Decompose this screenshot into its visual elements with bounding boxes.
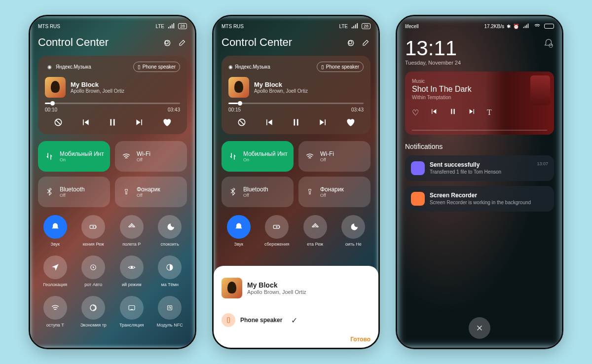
tile-flashlight[interactable]: ФонарикOff <box>298 177 370 207</box>
output-selector[interactable]: ▯Phone speaker <box>317 62 364 72</box>
quick-toggle-label: Экономия тр <box>80 323 107 328</box>
seek-bar[interactable] <box>228 103 364 104</box>
battery-icon: 28 <box>178 23 187 29</box>
previous-icon[interactable] <box>430 108 438 117</box>
quick-toggle-button[interactable] <box>265 215 289 239</box>
tile-mobile-data[interactable]: Мобильный ИнтOn <box>222 141 294 172</box>
block-icon[interactable] <box>236 116 248 128</box>
bluetooth-icon <box>44 186 55 197</box>
seek-bar[interactable] <box>412 130 547 131</box>
settings-icon[interactable] <box>162 38 171 47</box>
flashlight-icon <box>304 186 315 197</box>
network-label: LTE <box>339 24 348 29</box>
notification-desc: Transferred 1 file to Tom Henson <box>430 169 501 175</box>
edit-icon[interactable] <box>178 38 187 47</box>
phone-3: lifecell 17.2KB/s ✱ ⏰ 13:11 Tuesday, Nov… <box>396 15 563 349</box>
block-icon[interactable] <box>52 116 64 128</box>
data-rate: 17.2KB/s <box>484 24 504 29</box>
sheet-album-art <box>222 278 242 298</box>
dnd-settings-icon[interactable] <box>543 38 554 51</box>
time-elapsed: 00:10 <box>45 107 57 112</box>
output-option[interactable]: Phone speaker ✓ <box>222 313 370 327</box>
quick-toggle-label: ма Тёмн <box>161 282 179 287</box>
pause-icon[interactable] <box>448 107 457 118</box>
lockscreen-music-widget[interactable]: Music Shot In The Dark Within Temptation… <box>405 72 554 135</box>
tile-mobile-data[interactable]: Мобильный ИнтOn <box>38 141 110 172</box>
previous-icon[interactable] <box>79 116 91 128</box>
tile-bluetooth[interactable]: BluetoothOff <box>38 177 110 207</box>
tile-wifi[interactable]: Wi-FiOff <box>115 141 187 172</box>
edit-icon[interactable] <box>362 38 370 47</box>
quick-toggle-button[interactable] <box>120 296 144 320</box>
output-selector[interactable]: ▯ Phone speaker <box>133 62 180 72</box>
quick-toggle-button[interactable] <box>341 215 365 239</box>
music-widget: ◉ Яндекс.Музыка ▯ Phone speaker My Block… <box>38 56 187 134</box>
sheet-track-title: My Block <box>247 281 306 289</box>
quick-toggle-button[interactable] <box>81 296 105 320</box>
pause-icon[interactable] <box>107 116 118 128</box>
mobile-data-icon <box>44 151 55 162</box>
page-title: Control Center <box>38 36 109 49</box>
track-artist: Apollo Brown, Joell Ortiz <box>254 88 308 94</box>
track-title: My Block <box>71 81 124 88</box>
done-button[interactable]: Готово <box>222 336 370 343</box>
clear-all-button[interactable] <box>469 317 490 339</box>
quick-toggle-button[interactable] <box>158 215 182 239</box>
previous-icon[interactable] <box>263 116 275 128</box>
quick-toggle-label: Геолокация <box>43 282 67 287</box>
quick-toggle-button[interactable] <box>120 255 144 279</box>
quick-toggle-label: Модуль NFC <box>157 323 183 328</box>
quick-toggle-label: оступа Т <box>46 323 64 328</box>
quick-toggle-button[interactable] <box>120 215 144 239</box>
svg-rect-11 <box>227 318 230 323</box>
pause-icon[interactable] <box>290 116 302 128</box>
quick-toggle-button[interactable] <box>227 215 251 239</box>
track-artist: Apollo Brown, Joell Ortiz <box>71 88 124 94</box>
quick-toggle-button[interactable] <box>43 215 67 239</box>
notifications-header: Notifications <box>405 143 554 150</box>
heart-icon[interactable] <box>161 116 173 128</box>
speaker-icon <box>222 313 235 327</box>
quick-toggle-button[interactable] <box>43 255 67 279</box>
quick-toggle-label: Звук <box>234 242 243 247</box>
clock-date: Tuesday, November 24 <box>405 60 461 66</box>
settings-icon[interactable] <box>346 38 355 47</box>
signal-icon <box>167 22 176 31</box>
seek-bar[interactable] <box>45 103 180 104</box>
recorder-app-icon <box>411 192 425 206</box>
battery-icon <box>544 24 554 29</box>
quick-toggle-label: полета Р <box>122 242 141 247</box>
notification-item[interactable]: Screen RecorderScreen Recorder is workin… <box>405 186 554 212</box>
svg-point-12 <box>549 44 553 47</box>
quick-toggle-label: спокоить <box>161 242 179 247</box>
wifi-icon <box>304 151 315 162</box>
carrier-label: MTS RUS <box>222 24 244 29</box>
quick-toggle-button[interactable] <box>158 296 182 320</box>
phone-2: MTS RUS LTE 28 Control Center ◉ Яндекс.М… <box>212 15 380 349</box>
next-icon[interactable] <box>317 116 329 128</box>
wifi-icon <box>533 22 542 31</box>
output-sheet: My BlockApollo Brown, Joell Ortiz Phone … <box>214 266 378 348</box>
album-art <box>45 77 66 98</box>
quick-toggle-label: ета Реж <box>307 242 323 247</box>
album-art <box>228 77 249 98</box>
heart-icon[interactable] <box>344 116 356 128</box>
tile-wifi[interactable]: Wi-FiOff <box>298 141 370 172</box>
heart-icon[interactable]: ♡ <box>412 108 419 117</box>
quick-toggle-label: Трансляция <box>119 323 144 328</box>
next-icon[interactable] <box>134 116 146 128</box>
quick-toggle-button[interactable] <box>43 296 67 320</box>
tile-bluetooth[interactable]: BluetoothOff <box>222 177 294 207</box>
quick-toggle-button[interactable] <box>303 215 327 239</box>
battery-icon: 28 <box>362 23 370 29</box>
next-icon[interactable] <box>468 108 476 117</box>
signal-icon <box>350 22 359 31</box>
quick-toggle-button[interactable] <box>158 255 182 279</box>
flashlight-icon <box>121 186 132 197</box>
quick-toggle-button[interactable] <box>81 215 105 239</box>
quick-toggle-button[interactable] <box>81 255 105 279</box>
tile-flashlight[interactable]: ФонарикOff <box>115 177 187 207</box>
notification-item[interactable]: Sent successfullyTransferred 1 file to T… <box>405 155 554 181</box>
phone-1: MTS RUS LTE 28 Control Center ◉ Яндекс.М… <box>29 15 196 349</box>
notification-title: Sent successfully <box>430 161 501 168</box>
